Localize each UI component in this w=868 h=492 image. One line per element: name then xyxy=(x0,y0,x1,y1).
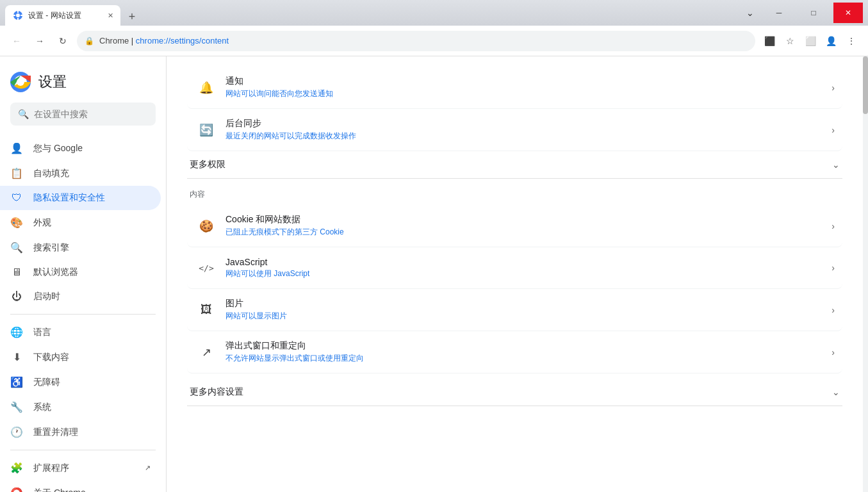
address-bar: ← → ↻ 🔒 Chrome | chrome://settings/conte… xyxy=(0,26,868,56)
reload-button[interactable]: ↻ xyxy=(54,32,72,50)
address-path: chrome:// xyxy=(136,36,170,45)
sidebar-item-startup[interactable]: ⏻ 启动时 xyxy=(0,284,161,309)
sidebar-item-autofill[interactable]: 📋 自动填充 xyxy=(0,161,161,186)
more-permissions-title: 更多权限 xyxy=(190,159,832,170)
notifications-arrow: › xyxy=(831,83,835,93)
forward-button[interactable]: → xyxy=(31,32,49,50)
javascript-arrow: › xyxy=(831,263,835,273)
svg-rect-2 xyxy=(17,11,19,13)
download-icon: ⬇ xyxy=(10,351,23,363)
popups-title: 弹出式窗口和重定向 xyxy=(225,340,826,352)
background-sync-subtitle: 最近关闭的网站可以完成数据收发操作 xyxy=(225,131,826,142)
javascript-icon: </> xyxy=(195,256,218,279)
sidebar-item-downloads[interactable]: ⬇ 下载内容 xyxy=(0,345,161,370)
sidebar-item-system[interactable]: 🔧 系统 xyxy=(0,395,161,420)
sidebar-item-about[interactable]: ⭕ 关于 Chrome xyxy=(0,480,161,492)
minimize-button[interactable]: ─ xyxy=(764,3,794,23)
more-content-settings-title: 更多内容设置 xyxy=(190,386,832,398)
settings-row-javascript[interactable]: </> JavaScript 网站可以使用 JavaScript › xyxy=(187,247,842,289)
search-icon: 🔍 xyxy=(18,109,29,119)
browser-icon: 🖥 xyxy=(10,266,23,278)
sidebar-item-privacy[interactable]: 🛡 隐私设置和安全性 xyxy=(0,186,161,210)
title-bar: 设置 - 网站设置 ✕ + ⌄ ─ □ ✕ xyxy=(0,0,868,26)
sidebar-label-autofill: 自动填充 xyxy=(33,168,69,179)
more-permissions-header[interactable]: 更多权限 ⌄ xyxy=(187,151,842,179)
more-content-settings-header[interactable]: 更多内容设置 ⌄ xyxy=(187,379,842,406)
svg-rect-4 xyxy=(13,15,15,16)
popups-icon: ↗ xyxy=(195,341,218,364)
settings-header: 设置 xyxy=(0,67,166,102)
notifications-subtitle: 网站可以询问能否向您发送通知 xyxy=(225,88,826,99)
shield-icon: 🛡 xyxy=(10,192,23,204)
magnify-icon: 🔍 xyxy=(10,242,23,254)
menu-icon[interactable]: ⋮ xyxy=(842,32,860,50)
tab-strip: 设置 - 网站设置 ✕ + xyxy=(5,0,741,26)
language-icon: 🌐 xyxy=(10,326,23,338)
maximize-button[interactable]: □ xyxy=(799,3,828,23)
cookies-arrow: › xyxy=(831,221,835,231)
sidebar-item-extensions[interactable]: 🧩 扩展程序 ↗ xyxy=(0,455,161,480)
close-button[interactable]: ✕ xyxy=(833,3,863,23)
sidebar-item-reset[interactable]: 🕐 重置并清理 xyxy=(0,420,161,445)
paint-icon: 🎨 xyxy=(10,217,23,229)
javascript-text: JavaScript 网站可以使用 JavaScript xyxy=(225,257,826,279)
person-icon: 👤 xyxy=(10,142,23,154)
more-content-settings-chevron: ⌄ xyxy=(832,387,840,397)
javascript-title: JavaScript xyxy=(225,257,826,267)
settings-row-cookies[interactable]: 🍪 Cookie 和网站数据 已阻止无痕模式下的第三方 Cookie › xyxy=(187,205,842,247)
popups-subtitle: 不允许网站显示弹出式窗口或使用重定向 xyxy=(225,353,826,364)
settings-row-images[interactable]: 🖼 图片 网站可以显示图片 › xyxy=(187,289,842,331)
sidebar-item-accessibility[interactable]: ♿ 无障碍 xyxy=(0,370,161,395)
active-tab[interactable]: 设置 - 网站设置 ✕ xyxy=(5,5,120,26)
cast-icon[interactable]: ⬛ xyxy=(760,32,778,50)
background-sync-title: 后台同步 xyxy=(225,118,826,129)
extensions-icon: 🧩 xyxy=(10,462,23,474)
svg-point-1 xyxy=(16,13,20,17)
javascript-subtitle: 网站可以使用 JavaScript xyxy=(225,268,826,279)
settings-row-background-sync[interactable]: 🔄 后台同步 最近关闭的网站可以完成数据收发操作 › xyxy=(187,109,842,151)
settings-search-bar[interactable]: 🔍 xyxy=(10,102,156,126)
scrollbar[interactable] xyxy=(863,56,868,492)
address-input[interactable]: 🔒 Chrome | chrome://settings/content xyxy=(77,31,755,51)
svg-point-8 xyxy=(17,78,24,86)
new-tab-button[interactable]: + xyxy=(123,8,141,26)
accessibility-icon: ♿ xyxy=(10,376,23,388)
content-area: 🔔 通知 网站可以询问能否向您发送通知 › 🔄 后台同步 最近关闭的网站可以完成… xyxy=(167,56,863,492)
sidebar-label-about: 关于 Chrome xyxy=(33,488,86,493)
sidebar-item-search-engine[interactable]: 🔍 搜索引擎 xyxy=(0,235,161,260)
profile-icon[interactable]: 👤 xyxy=(822,32,840,50)
settings-row-notifications[interactable]: 🔔 通知 网站可以询问能否向您发送通知 › xyxy=(187,67,842,109)
popups-arrow: › xyxy=(831,347,835,357)
window-controls: ─ □ ✕ xyxy=(764,3,863,23)
chrome-expand-button[interactable]: ⌄ xyxy=(741,4,759,22)
sidebar-label-google: 您与 Google xyxy=(33,143,83,154)
autofill-icon: 📋 xyxy=(10,167,23,179)
sidebar-item-google-account[interactable]: 👤 您与 Google xyxy=(0,136,161,161)
notifications-text: 通知 网站可以询问能否向您发送通知 xyxy=(225,76,826,99)
svg-rect-5 xyxy=(20,15,22,16)
images-icon: 🖼 xyxy=(195,299,218,322)
back-button[interactable]: ← xyxy=(8,32,26,50)
images-text: 图片 网站可以显示图片 xyxy=(225,298,826,322)
background-sync-text: 后台同步 最近关闭的网站可以完成数据收发操作 xyxy=(225,118,826,142)
popups-text: 弹出式窗口和重定向 不允许网站显示弹出式窗口或使用重定向 xyxy=(225,340,826,364)
cookies-text: Cookie 和网站数据 已阻止无痕模式下的第三方 Cookie xyxy=(225,214,826,238)
settings-row-popups[interactable]: ↗ 弹出式窗口和重定向 不允许网站显示弹出式窗口或使用重定向 › xyxy=(187,331,842,373)
tab-close-button[interactable]: ✕ xyxy=(105,10,115,20)
bell-icon: 🔔 xyxy=(195,76,218,99)
sidebar-divider-2 xyxy=(10,450,156,450)
svg-rect-3 xyxy=(17,18,19,20)
chrome-about-icon: ⭕ xyxy=(10,487,23,492)
external-link-icon: ↗ xyxy=(145,464,151,472)
sidebar-item-language[interactable]: 🌐 语言 xyxy=(0,320,161,345)
scrollbar-thumb[interactable] xyxy=(863,56,868,114)
sidebar-item-appearance[interactable]: 🎨 外观 xyxy=(0,210,161,235)
bookmark-icon[interactable]: ☆ xyxy=(781,32,799,50)
cookie-icon: 🍪 xyxy=(195,215,218,238)
sidebar-label-reset: 重置并清理 xyxy=(33,427,78,438)
settings-search-input[interactable] xyxy=(34,109,148,119)
images-arrow: › xyxy=(831,305,835,315)
sidebar-label-privacy: 隐私设置和安全性 xyxy=(33,192,105,204)
split-view-icon[interactable]: ⬜ xyxy=(801,32,819,50)
sidebar-item-default-browser[interactable]: 🖥 默认浏览器 xyxy=(0,260,161,284)
